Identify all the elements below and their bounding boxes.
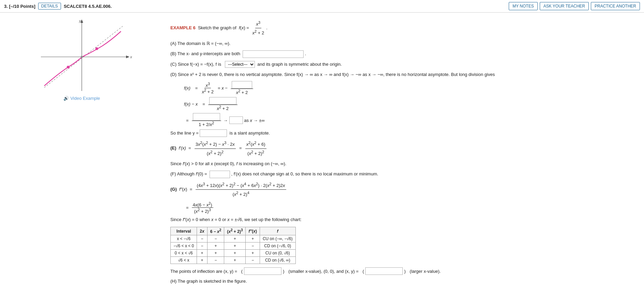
fsecond-frac1: (4x3 + 12x)(x2 + 2)2 − (x4 + 6x2) · 2(x2… (196, 181, 286, 199)
example-label: EXAMPLE 6 (170, 25, 197, 30)
part-e-label: (E) (170, 146, 176, 151)
fx-frac2: x2 + 2 (231, 81, 253, 95)
video-link[interactable]: 🔊 Video Example (63, 96, 100, 101)
fx-frac1: x3 x2 + 2 (201, 82, 215, 95)
svg-text:x: x (130, 55, 132, 59)
top-bar: 3. [–/10 Points] DETAILS SCALCET8 4.5.AE… (0, 0, 644, 13)
main-content: x y 🔊 Video Example EXAMPLE 6 (0, 13, 644, 295)
limit-frac: 1 + 2/x2 (192, 113, 221, 127)
col-fsecond: f″(x) (246, 227, 260, 235)
question-label: 3. [–/10 Points] (4, 4, 35, 9)
sign-chart-container: Interval 2x 6 − x2 (x2 + 2)3 f″(x) f x <… (170, 227, 634, 264)
fsecond-simplified: = 4x(6 − x2) (x2 + 2)3 (184, 201, 634, 214)
top-bar-left: 3. [–/10 Points] DETAILS SCALCET8 4.5.AE… (4, 3, 112, 10)
part-f-start: (F) Although f′(0) = (170, 171, 207, 176)
fx-minus-num-input[interactable] (209, 97, 236, 105)
right-panel: EXAMPLE 6 Sketch the graph of f(x) = x3 … (164, 16, 644, 291)
limit-num-input[interactable] (193, 113, 220, 121)
graph-svg: x y (24, 19, 140, 94)
fprime-label: f′(x) (179, 146, 186, 151)
slant-input[interactable] (200, 129, 227, 137)
col-denom: (x2 + 2)3 (224, 227, 246, 235)
part-b: (B) The x- and y-intercepts are both . (170, 50, 634, 58)
limit-equation: = 1 + 2/x2 → as x → ±∞ (184, 113, 634, 127)
my-notes-button[interactable]: MY NOTES (509, 2, 537, 10)
table-row: −√6 < x < 0−++−CD on (−√6, 0) (171, 243, 296, 250)
part-e-note: Since f′(x) > 0 for all x (except 0), f … (170, 160, 634, 168)
svg-point-7 (67, 66, 70, 68)
col-f: f (260, 227, 295, 235)
fx-label: f(x) (184, 85, 190, 91)
fx-equation: f(x) = x3 x2 + 2 = x − x2 + 2 (184, 81, 634, 95)
fsecond-frac2: 4x(6 − x2) (x2 + 2)3 (192, 201, 213, 214)
inflection-points: The points of inflection are (x, y) = ( … (170, 267, 634, 275)
part-d: (D) Since x² + 2 is never 0, there is no… (170, 71, 634, 78)
col-interval: Interval (171, 227, 197, 235)
fx-minus-x-label: f(x) − x (184, 101, 198, 107)
fx-minus-x-eq: f(x) − x = x2 + 2 (184, 97, 634, 111)
limit-end: as x → ±∞ (243, 118, 265, 123)
top-bar-right: MY NOTES ASK YOUR TEACHER PRACTICE ANOTH… (509, 2, 640, 10)
example-text: Sketch the graph of f(x) = x3 x2 + 2 . (197, 25, 267, 30)
details-button[interactable]: DETAILS (38, 3, 61, 10)
table-row: x < −√6−−++CU on (−∞, −√6) (171, 235, 296, 243)
left-panel: x y 🔊 Video Example (0, 16, 164, 291)
fprime-frac2: x2(x2 + 6) (x2 + 2)2 (245, 140, 266, 157)
ask-teacher-button[interactable]: ASK YOUR TEACHER (540, 2, 589, 10)
part-b-input[interactable] (243, 50, 304, 58)
video-link-label: Video Example (70, 96, 100, 101)
part-h: (H) The graph is sketched in the figure. (170, 278, 634, 285)
fx-numerator-input[interactable] (232, 81, 252, 89)
slant-asymptote: So the line y = is a slant asymptote. (170, 129, 634, 137)
table-row: 0 < x < √6++++CU on (0, √6) (171, 250, 296, 257)
part-e: (E) f′(x) = 3x2(x2 + 2) − x3 · 2x (x2 + … (170, 140, 634, 157)
inflection-large-x-input[interactable] (365, 267, 403, 275)
part-g-label: (G) (170, 187, 177, 192)
sign-chart: Interval 2x 6 − x2 (x2 + 2)3 f″(x) f x <… (170, 227, 296, 264)
video-icon: 🔊 (63, 96, 69, 101)
part-c-select[interactable]: ---Select--- odd even (225, 61, 255, 68)
inflection-small-x-input[interactable] (244, 267, 281, 275)
part-g: (G) f″(x) = (4x3 + 12x)(x2 + 2)2 − (x4 +… (170, 181, 634, 199)
graph-area: x y (24, 19, 140, 94)
col-6mx2: 6 − x2 (207, 227, 224, 235)
fx-minus-frac: x2 + 2 (208, 97, 237, 111)
limit-val-input[interactable] (229, 116, 243, 124)
example-header: EXAMPLE 6 Sketch the graph of f(x) = x3 … (170, 19, 634, 37)
part-f: (F) Although f′(0) = , f′(x) does not ch… (170, 170, 634, 178)
practice-another-button[interactable]: PRACTICE ANOTHER (591, 2, 640, 10)
part-a: (A) The domain is ℝ = (−∞, ∞). (170, 40, 634, 47)
col-2x: 2x (197, 227, 207, 235)
svg-point-8 (95, 47, 98, 50)
part-f-input[interactable] (210, 171, 230, 178)
svg-point-9 (81, 56, 83, 58)
problem-code: SCALCET8 4.5.AE.006. (64, 4, 112, 9)
part-c: (C) Since f(−x) = −f(x), f is ---Select-… (170, 61, 634, 68)
table-row: √6 < x+−+−CD on (√6, ∞) (171, 257, 296, 264)
svg-marker-2 (126, 56, 129, 58)
part-g-note: Since f″(x) = 0 when x = 0 or x = ±√6, w… (170, 216, 634, 223)
fprime-frac: 3x2(x2 + 2) − x3 · 2x (x2 + 2)2 (195, 140, 236, 157)
